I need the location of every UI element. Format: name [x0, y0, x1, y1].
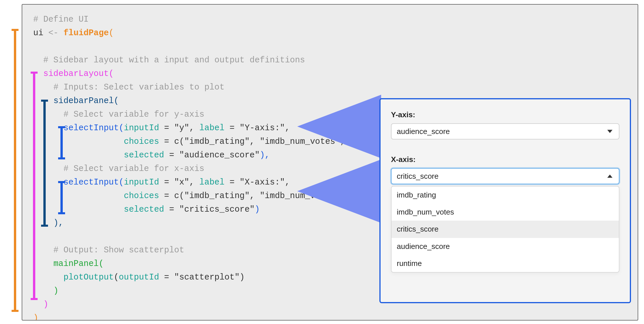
code-string: "Y-axis:" — [240, 123, 285, 133]
code-fn-sidebarlayout: sidebarLayout — [43, 69, 109, 79]
code-arg: label — [199, 178, 224, 187]
code-token: = — [159, 273, 174, 282]
code-token: <- — [48, 28, 63, 38]
dropdown-option-selected[interactable]: critics_score — [392, 221, 619, 238]
code-paren: ) — [43, 300, 48, 309]
dropdown-option[interactable]: imdb_rating — [392, 187, 619, 204]
code-token: c — [174, 137, 179, 146]
code-token: , — [285, 178, 290, 187]
bracket-selectinput-x — [60, 181, 63, 214]
code-paren: ( — [114, 273, 119, 282]
chevron-up-icon — [607, 175, 612, 178]
code-string: "X-axis:" — [240, 178, 285, 187]
code-arg: inputId — [124, 178, 159, 187]
code-paren: ( — [179, 137, 184, 146]
code-comment: # Sidebar layout with a input and output… — [43, 55, 305, 65]
code-comment: # Output: Show scatterplot — [53, 245, 184, 255]
code-string: "critics_score" — [179, 205, 255, 214]
code-paren: ( — [114, 96, 119, 106]
dropdown-option[interactable]: runtime — [392, 255, 619, 272]
code-paren: ) — [53, 286, 58, 296]
code-token: , — [285, 123, 290, 133]
bracket-fluidpage — [14, 29, 16, 312]
code-arg: label — [199, 123, 224, 133]
code-paren: ( — [119, 178, 124, 187]
bracket-sidebarpanel — [43, 100, 46, 227]
x-axis-selected-value: critics_score — [397, 172, 438, 181]
code-fn-sidebarpanel: sidebarPanel — [53, 96, 114, 106]
code-token: = — [164, 205, 179, 214]
code-paren: ( — [119, 123, 124, 133]
code-arg: outputId — [119, 273, 159, 282]
y-axis-label: Y-axis: — [391, 110, 619, 119]
code-paren: ( — [99, 259, 104, 269]
code-paren: ( — [179, 191, 184, 201]
code-paren: ( — [109, 69, 114, 79]
code-arg: selected — [124, 150, 164, 160]
chevron-down-icon — [607, 130, 612, 133]
code-token: = — [159, 123, 174, 133]
code-fn-selectinput: selectInput — [63, 178, 119, 187]
code-token: = — [159, 191, 174, 201]
y-axis-select[interactable]: audience_score — [391, 123, 619, 139]
dropdown-option[interactable]: imdb_num_votes — [392, 204, 619, 221]
x-axis-select[interactable]: critics_score — [391, 168, 619, 184]
code-token: , — [189, 123, 200, 133]
callout-pointer-y — [297, 95, 381, 158]
code-arg: choices — [124, 191, 159, 201]
bracket-selectinput-y — [60, 126, 63, 159]
code-token: = — [224, 123, 239, 133]
code-token: , — [189, 178, 200, 187]
code-string: "y" — [174, 123, 189, 133]
code-fn-mainpanel: mainPanel — [53, 259, 99, 269]
callout-pointer-x — [297, 159, 381, 223]
code-token: = — [159, 178, 174, 187]
code-fn-selectinput: selectInput — [63, 123, 119, 133]
code-paren: ( — [109, 28, 114, 38]
code-arg: choices — [124, 137, 159, 146]
code-comment: # Select variable for x-axis — [63, 164, 204, 174]
x-axis-label: X-axis: — [391, 155, 619, 164]
code-string: "x" — [174, 178, 189, 187]
code-fn-plotoutput: plotOutput — [63, 273, 114, 282]
code-token: = — [159, 137, 174, 146]
code-string: "audience_score" — [179, 150, 260, 160]
y-axis-selected-value: audience_score — [397, 127, 450, 136]
code-token: = — [164, 150, 179, 160]
code-token: = — [224, 178, 239, 187]
bracket-sidebarlayout — [33, 72, 35, 300]
code-string: "scatterplot" — [174, 273, 239, 282]
code-comment: # Define UI — [33, 15, 88, 24]
code-paren: ) — [255, 205, 260, 214]
code-arg: inputId — [124, 123, 159, 133]
code-comment: # Inputs: Select variables to plot — [53, 83, 225, 92]
code-paren: ), — [53, 218, 64, 228]
code-paren: ) — [240, 273, 245, 282]
code-token: c — [174, 191, 179, 201]
preview-panel: Y-axis: audience_score X-axis: critics_s… — [379, 98, 631, 303]
code-arg: selected — [124, 205, 164, 214]
dropdown-option[interactable]: audience_score — [392, 238, 619, 255]
code-paren: ), — [260, 150, 270, 160]
code-comment: # Select variable for y-axis — [63, 110, 204, 119]
code-paren: ) — [33, 313, 38, 321]
code-token: ui — [33, 28, 48, 38]
code-fn-fluidpage: fluidPage — [63, 28, 109, 38]
x-axis-dropdown: imdb_rating imdb_num_votes critics_score… — [391, 186, 619, 273]
